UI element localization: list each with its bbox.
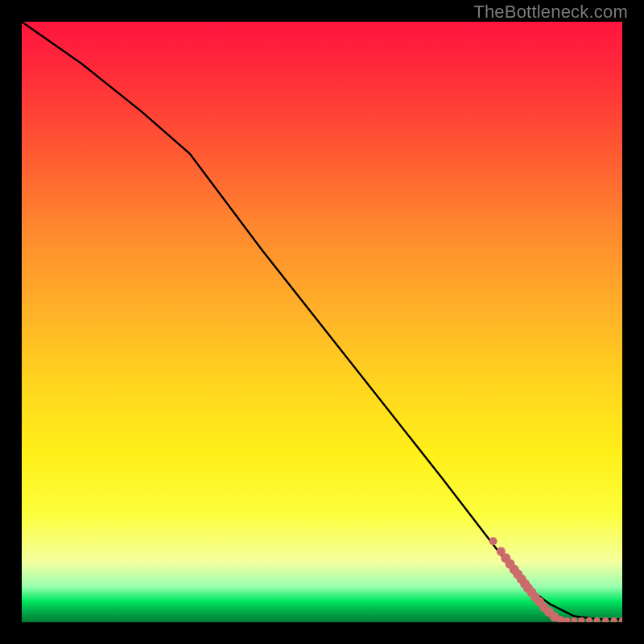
- data-point-marker: [602, 617, 609, 622]
- plot-area: [22, 22, 622, 622]
- data-point-marker: [571, 617, 577, 622]
- data-point-marker: [564, 617, 570, 622]
- chart-frame: TheBottleneck.com: [0, 0, 644, 644]
- bottleneck-curve: [22, 22, 622, 619]
- data-point-marker: [619, 617, 622, 622]
- data-point-marker: [489, 537, 497, 545]
- plot-overlay-svg: [22, 22, 622, 622]
- data-markers: [489, 537, 622, 622]
- data-point-marker: [611, 617, 617, 622]
- watermark-text: TheBottleneck.com: [473, 2, 628, 23]
